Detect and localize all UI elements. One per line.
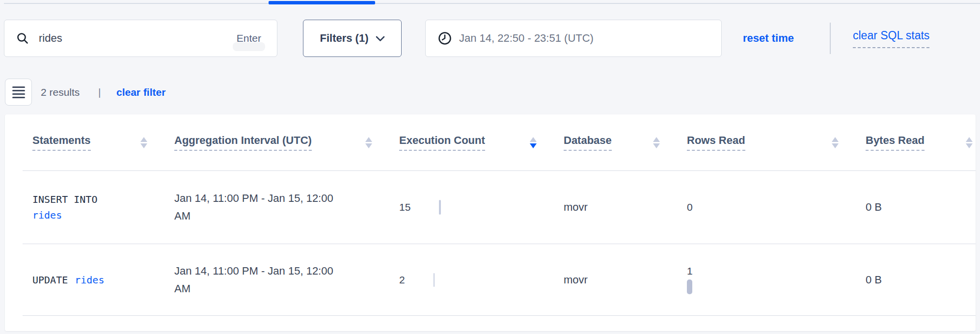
time-range-picker[interactable]: Jan 14, 22:50 - 23:51 (UTC) bbox=[425, 20, 722, 57]
table-row[interactable]: UPDATErides Jan 14, 11:00 PM - Jan 15, 1… bbox=[5, 244, 976, 315]
enter-key-hint: Enter bbox=[233, 32, 265, 44]
table-body: INSERT INTOrides Jan 14, 11:00 PM - Jan … bbox=[5, 171, 976, 316]
execution-count-bar bbox=[439, 200, 441, 215]
column-header-bytes-read[interactable]: Bytes Read bbox=[866, 134, 976, 151]
links-divider bbox=[830, 23, 831, 54]
aggregation-interval-value: Jan 14, 11:00 PM - Jan 15, 12:00 AM bbox=[174, 262, 346, 298]
column-selector-button[interactable] bbox=[5, 79, 32, 106]
database-value: movr bbox=[564, 201, 588, 213]
column-header-rows-read[interactable]: Rows Read bbox=[687, 134, 866, 151]
reset-time-link[interactable]: reset time bbox=[743, 20, 794, 57]
row-divider bbox=[23, 315, 976, 316]
execution-count-bar bbox=[434, 273, 435, 287]
rows-read-value: 1 bbox=[687, 265, 693, 277]
sort-icon[interactable] bbox=[966, 137, 973, 148]
table-header-row: Statements Aggregation Interval (UTC) Ex… bbox=[5, 114, 976, 170]
execution-count-value: 15 bbox=[399, 201, 410, 213]
sql-statements-page: Enter Filters (1) Jan 14, 22:50 - 23:51 … bbox=[0, 0, 980, 334]
table-row[interactable]: INSERT INTOrides Jan 14, 11:00 PM - Jan … bbox=[5, 171, 976, 244]
column-header-statements[interactable]: Statements bbox=[32, 134, 174, 151]
sort-icon[interactable] bbox=[832, 137, 839, 148]
aggregation-interval-value: Jan 14, 11:00 PM - Jan 15, 12:00 AM bbox=[174, 190, 346, 225]
search-input[interactable] bbox=[39, 32, 233, 45]
execution-count-value: 2 bbox=[399, 274, 405, 286]
clock-icon bbox=[437, 31, 452, 46]
rows-read-bar bbox=[687, 279, 692, 294]
column-header-aggregation-interval[interactable]: Aggregation Interval (UTC) bbox=[174, 134, 399, 151]
active-tab-indicator bbox=[269, 1, 375, 4]
tab-bar-divider bbox=[4, 3, 980, 4]
results-count: 2 results bbox=[41, 79, 80, 106]
time-range-label: Jan 14, 22:50 - 23:51 (UTC) bbox=[459, 32, 594, 45]
sort-icon-active-desc[interactable] bbox=[530, 137, 537, 148]
column-header-database[interactable]: Database bbox=[564, 134, 687, 151]
results-separator: | bbox=[98, 79, 101, 106]
search-icon bbox=[16, 32, 29, 45]
clear-sql-stats-link[interactable]: clear SQL stats bbox=[853, 20, 929, 57]
sort-icon[interactable] bbox=[365, 137, 372, 148]
database-value: movr bbox=[564, 274, 588, 286]
filters-label: Filters (1) bbox=[320, 32, 368, 45]
clear-filter-link[interactable]: clear filter bbox=[116, 79, 165, 106]
rows-read-value: 0 bbox=[687, 201, 693, 213]
bytes-read-value: 0 B bbox=[866, 201, 882, 213]
statements-table: Statements Aggregation Interval (UTC) Ex… bbox=[5, 114, 976, 331]
statement-link[interactable]: UPDATErides bbox=[32, 272, 147, 288]
statement-link[interactable]: INSERT INTOrides bbox=[32, 192, 147, 223]
column-header-execution-count[interactable]: Execution Count bbox=[399, 134, 564, 151]
sort-icon[interactable] bbox=[140, 137, 147, 148]
filters-button[interactable]: Filters (1) bbox=[303, 20, 402, 57]
bytes-read-value: 0 B bbox=[866, 274, 882, 286]
search-box[interactable]: Enter bbox=[4, 20, 277, 57]
chevron-down-icon bbox=[376, 35, 385, 42]
sort-icon[interactable] bbox=[653, 137, 660, 148]
